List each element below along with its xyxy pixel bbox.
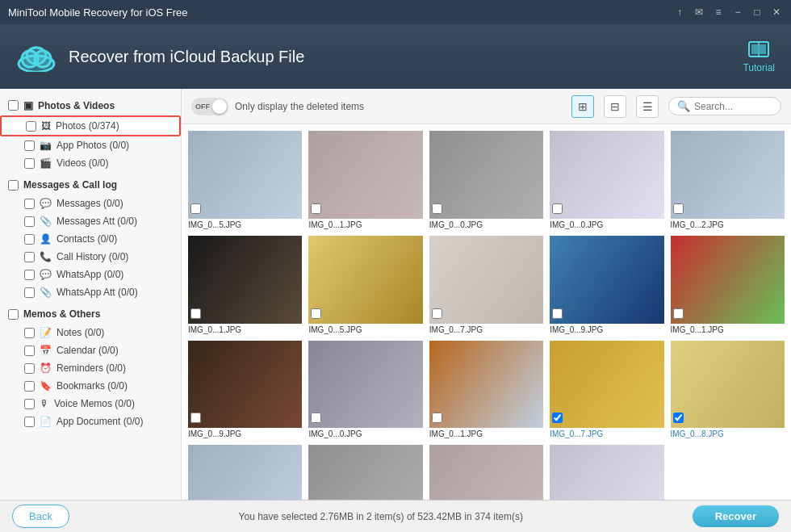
photo-item-18[interactable] [429,445,543,500]
section-checkbox-messages[interactable] [8,180,19,191]
checkbox-bookmarks[interactable] [24,381,35,392]
photo-item-16[interactable] [188,445,302,500]
checkbox-whatsapp-att[interactable] [24,287,35,298]
section-checkbox-photos-videos[interactable] [8,100,19,111]
photo-checkbox-5[interactable] [673,203,684,214]
sidebar-item-photos[interactable]: 🖼 Photos (0/374) [0,115,181,136]
menu-icon[interactable]: ≡ [712,6,725,19]
whatsapp-icon: 💬 [40,269,52,280]
tutorial-button[interactable]: Tutorial [743,40,775,73]
list-view-button[interactable]: ☰ [636,95,659,118]
sidebar-item-notes[interactable]: 📝 Notes (0/0) [0,324,181,341]
checkbox-app-document[interactable] [24,417,35,427]
sidebar-item-messages[interactable]: 💬 Messages (0/0) [0,195,181,212]
back-button[interactable]: Back [12,505,69,528]
search-input[interactable] [694,101,775,112]
calendar-view-button[interactable]: ⊟ [604,95,626,118]
photo-item-14[interactable]: IMG_0...7.JPG [550,341,663,439]
photo-checkbox-4[interactable] [552,203,563,214]
sidebar-section-header-messages[interactable]: Messages & Call log [0,175,181,195]
photo-checkbox-2[interactable] [311,203,321,214]
photo-item-1[interactable]: IMG_0...5.JPG [188,131,302,229]
recover-button[interactable]: Recover [693,505,779,527]
app-photos-icon: 📷 [40,140,52,151]
sidebar-item-voice-memos[interactable]: 🎙 Voice Memos (0/0) [0,395,181,413]
photo-checkbox-1[interactable] [190,203,201,214]
checkbox-photos[interactable] [26,121,36,132]
photo-item-6[interactable]: IMG_0...1.JPG [188,236,302,334]
photo-item-11[interactable]: IMG_0...9.JPG [188,341,302,439]
checkbox-calendar[interactable] [24,346,35,356]
sidebar-section-header-memos[interactable]: Memos & Others [0,304,181,324]
photo-item-15[interactable]: IMG_0...8.JPG [671,341,785,439]
photo-checkbox-15[interactable] [673,413,684,423]
photo-item-7[interactable]: IMG_0...5.JPG [308,236,422,334]
photo-item-9[interactable]: IMG_0...9.JPG [550,236,663,334]
photo-checkbox-3[interactable] [432,203,442,214]
sidebar-item-whatsapp-att[interactable]: 📎 WhatsApp Att (0/0) [0,283,181,301]
checkbox-contacts[interactable] [24,234,35,245]
photo-checkbox-11[interactable] [190,413,201,423]
photo-item-5[interactable]: IMG_0...2.JPG [671,131,785,229]
search-box[interactable]: 🔍 [668,97,781,115]
checkbox-whatsapp[interactable] [24,270,35,280]
photo-item-12[interactable]: IMG_0...0.JPG [308,341,422,439]
photo-checkbox-10[interactable] [673,308,684,319]
svg-rect-10 [760,44,766,54]
whatsapp-att-icon: 📎 [40,287,52,298]
photo-item-17[interactable] [308,445,422,500]
photo-item-19[interactable] [550,445,663,500]
close-button[interactable]: ✕ [770,6,783,19]
sidebar-item-whatsapp[interactable]: 💬 WhatsApp (0/0) [0,266,181,283]
checkbox-app-photos[interactable] [24,140,35,151]
messages-label: Messages (0/0) [56,198,123,209]
section-checkbox-memos[interactable] [8,309,19,320]
photo-checkbox-9[interactable] [552,308,563,319]
photo-item-10[interactable]: IMG_0...1.JPG [671,236,785,334]
upload-icon[interactable]: ↑ [673,6,686,19]
maximize-button[interactable]: □ [751,6,764,19]
sidebar-section-header-photos-videos[interactable]: ▣ Photos & Videos [0,95,181,115]
photo-checkbox-7[interactable] [311,308,321,319]
section-label-photos-videos: Photos & Videos [38,100,115,111]
tutorial-label: Tutorial [743,62,775,73]
photo-item-2[interactable]: IMG_0...1.JPG [308,131,422,229]
sidebar-item-calendar[interactable]: 📅 Calendar (0/0) [0,341,181,359]
whatsapp-att-label: WhatsApp Att (0/0) [56,287,138,298]
photo-item-13[interactable]: IMG_0...1.JPG [429,341,543,439]
photo-label-15: IMG_0...8.JPG [671,429,785,438]
sidebar-item-reminders[interactable]: ⏰ Reminders (0/0) [0,359,181,377]
checkbox-messages[interactable] [24,199,35,209]
photo-checkbox-6[interactable] [190,308,201,319]
call-history-icon: 📞 [40,251,52,262]
photo-item-3[interactable]: IMG_0...0.JPG [429,131,543,229]
sidebar-item-call-history[interactable]: 📞 Call History (0/0) [0,248,181,266]
mail-icon[interactable]: ✉ [693,6,705,19]
toggle-deleted-items[interactable]: OFF Only display the deleted items [191,98,364,115]
checkbox-notes[interactable] [24,328,35,338]
checkbox-call-history[interactable] [24,252,35,262]
sidebar-item-app-photos[interactable]: 📷 App Photos (0/0) [0,136,181,154]
sidebar-item-contacts[interactable]: 👤 Contacts (0/0) [0,230,181,248]
sidebar-item-videos[interactable]: 🎬 Videos (0/0) [0,154,181,172]
photo-checkbox-14[interactable] [552,413,563,423]
photo-item-4[interactable]: IMG_0...0.JPG [550,131,663,229]
sidebar-item-bookmarks[interactable]: 🔖 Bookmarks (0/0) [0,377,181,395]
sidebar-item-messages-att[interactable]: 📎 Messages Att (0/0) [0,212,181,230]
sidebar-item-app-document[interactable]: 📄 App Document (0/0) [0,413,181,430]
toggle-label: Only display the deleted items [235,101,364,112]
photo-label-6: IMG_0...1.JPG [188,325,302,334]
photo-checkbox-13[interactable] [432,413,442,423]
checkbox-messages-att[interactable] [24,216,35,227]
minimize-button[interactable]: − [731,6,744,19]
photo-label-7: IMG_0...5.JPG [308,325,422,334]
toggle-track[interactable]: OFF [191,98,228,115]
checkbox-voice-memos[interactable] [24,399,35,409]
photo-checkbox-12[interactable] [311,413,321,423]
photo-item-8[interactable]: IMG_0...7.JPG [429,236,543,334]
photo-checkbox-8[interactable] [432,308,442,319]
checkbox-videos[interactable] [24,158,35,169]
photos-icon: 🖼 [41,120,51,132]
grid-view-button[interactable]: ⊞ [571,95,594,118]
checkbox-reminders[interactable] [24,363,35,374]
